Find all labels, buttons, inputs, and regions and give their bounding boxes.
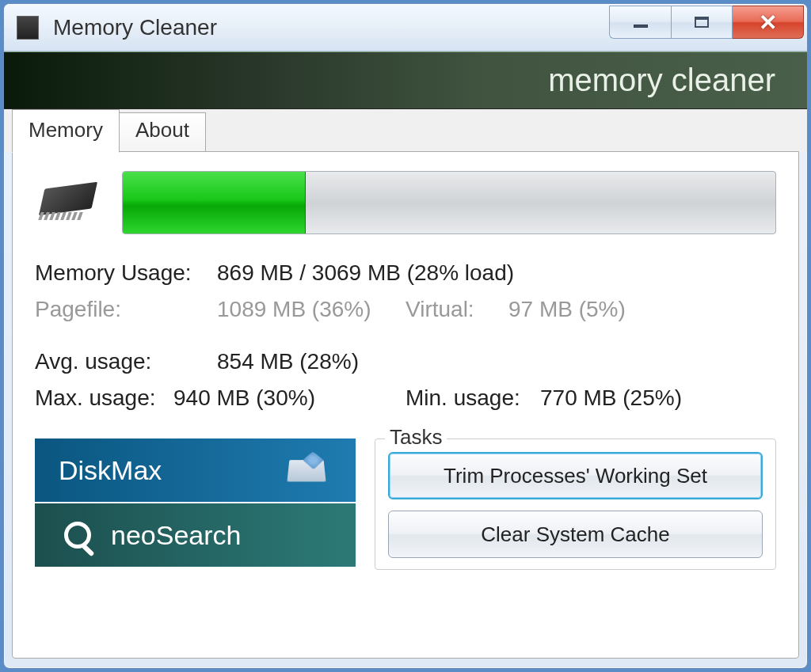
diskmax-promo[interactable]: DiskMax [35,439,356,502]
clear-cache-button[interactable]: Clear System Cache [388,511,763,558]
max-value: 940 MB (30%) [173,382,315,415]
min-value: 770 MB (25%) [540,382,682,415]
maximize-button[interactable] [671,6,733,39]
neosearch-label: neoSearch [111,520,241,551]
tab-memory[interactable]: Memory [12,109,120,153]
memory-progress-bar [122,171,776,234]
tab-about[interactable]: About [119,112,206,152]
disk-icon [287,451,326,489]
window-title: Memory Cleaner [53,15,217,40]
virtual-value: 97 MB (5%) [508,293,626,326]
pagefile-value: 1089 MB (36%) [217,293,371,326]
min-label: Min. usage: [406,382,540,415]
tab-bar: Memory About [4,109,807,152]
chip-icon [35,179,98,226]
promo-column: DiskMax neoSearch [35,439,356,570]
tasks-group: Tasks Trim Processes' Working Set Clear … [375,439,776,570]
banner: memory cleaner [4,51,807,109]
app-icon [13,13,42,42]
neosearch-promo[interactable]: neoSearch [35,503,356,567]
max-label: Max. usage: [35,382,173,415]
trim-processes-button[interactable]: Trim Processes' Working Set [388,452,763,499]
window-controls: ✕ [609,6,804,39]
pagefile-label: Pagefile: [35,293,217,326]
bottom-row: DiskMax neoSearch Tasks Trim Processes' … [35,439,776,570]
usage-label: Memory Usage: [35,256,217,290]
avg-label: Avg. usage: [35,345,217,378]
minimize-button[interactable] [609,6,671,39]
app-window: Memory Cleaner ✕ memory cleaner Memory A… [3,3,808,669]
banner-text: memory cleaner [548,63,775,98]
diskmax-label: DiskMax [59,455,287,486]
memory-stats: Memory Usage: 869 MB / 3069 MB (28% load… [35,256,776,415]
memory-bar-row [35,171,776,234]
avg-value: 854 MB (28%) [217,345,359,378]
memory-progress-fill [123,172,306,233]
usage-value: 869 MB / 3069 MB (28% load) [217,256,514,290]
close-button[interactable]: ✕ [733,6,804,39]
tasks-legend: Tasks [385,425,447,450]
virtual-label: Virtual: [406,293,508,326]
titlebar: Memory Cleaner ✕ [4,4,807,51]
magnifier-icon [59,516,97,554]
tab-content-memory: Memory Usage: 869 MB / 3069 MB (28% load… [12,151,799,659]
